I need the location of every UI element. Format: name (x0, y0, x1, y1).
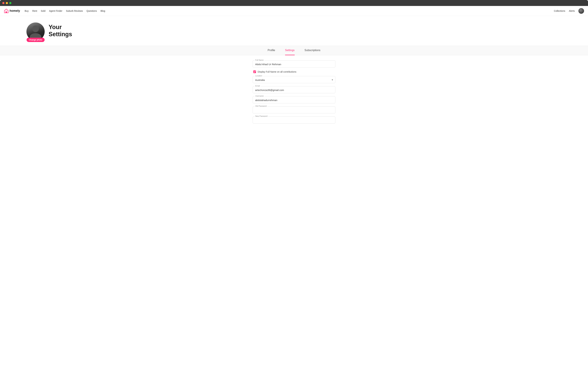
settings-header: Change photo Your Settings (0, 22, 588, 46)
nav-suburb-reviews[interactable]: Suburb Reviews (66, 10, 83, 12)
nav-links: Buy Rent Sold Agent Finder Suburb Review… (25, 9, 105, 12)
close-dot[interactable] (2, 2, 4, 4)
tab-subscriptions[interactable]: Subscriptions (305, 46, 320, 55)
tab-profile[interactable]: Profile (268, 46, 275, 55)
window-chrome (0, 0, 588, 6)
username-field: Username (253, 96, 335, 103)
page-wrapper: homely Buy Rent Sold Agent Finder Suburb… (0, 6, 588, 386)
user-avatar[interactable] (578, 8, 584, 14)
maximize-dot[interactable] (9, 2, 11, 4)
old-password-input[interactable] (253, 106, 335, 113)
email-label: Email (255, 85, 261, 87)
location-select[interactable]: Australia New Zealand United States Unit… (253, 76, 335, 83)
full-name-field: Full Name (253, 60, 335, 67)
new-password-input[interactable] (253, 116, 335, 124)
email-field: Email (253, 86, 335, 93)
nav-buy[interactable]: Buy (25, 10, 29, 12)
logo-text: homely (10, 9, 20, 13)
form-section: Full Name Display Full Name on all contr… (253, 55, 335, 133)
nav-rent[interactable]: Rent (32, 10, 37, 12)
username-label: Username (255, 95, 264, 97)
nav-blog[interactable]: Blog (101, 10, 105, 12)
new-password-label: New Password (255, 115, 268, 117)
profile-photo-wrapper: Change photo (26, 22, 45, 41)
nav-questions[interactable]: Questions (86, 10, 97, 12)
navbar: homely Buy Rent Sold Agent Finder Suburb… (0, 6, 588, 16)
tabs-container: Profile Settings Subscriptions (0, 46, 588, 55)
location-label: Location (255, 75, 263, 77)
page-content: Change photo Your Settings Profile Setti… (0, 16, 588, 133)
old-password-field: Old Password (253, 106, 335, 113)
full-name-label: Full Name (255, 59, 264, 61)
change-photo-button[interactable]: Change photo (27, 38, 45, 42)
tab-settings[interactable]: Settings (285, 46, 295, 55)
username-input[interactable] (253, 96, 335, 103)
full-name-input[interactable] (253, 60, 335, 67)
display-name-label: Display Full Name on all contributions (258, 70, 296, 73)
settings-title: Your Settings (49, 22, 72, 38)
collections-link[interactable]: Collections (554, 10, 565, 12)
location-field: Location Australia New Zealand United St… (253, 76, 335, 83)
alerts-link[interactable]: Alerts (569, 10, 575, 12)
display-name-row: Display Full Name on all contributions (253, 70, 335, 73)
logo-link[interactable]: homely (4, 9, 20, 13)
email-input[interactable] (253, 86, 335, 93)
nav-sold[interactable]: Sold (41, 10, 45, 12)
nav-agent-finder[interactable]: Agent Finder (49, 10, 62, 12)
logo-icon (4, 9, 9, 13)
minimize-dot[interactable] (6, 2, 8, 4)
navbar-left: homely Buy Rent Sold Agent Finder Suburb… (4, 9, 105, 13)
settings-heading: Your Settings (49, 23, 72, 38)
old-password-label: Old Password (255, 105, 267, 107)
tabs-section: Profile Settings Subscriptions (0, 46, 588, 55)
location-select-wrap: Australia New Zealand United States Unit… (253, 76, 335, 83)
display-name-checkbox[interactable] (253, 70, 256, 73)
navbar-right: Collections Alerts (554, 8, 584, 14)
new-password-field: New Password (253, 116, 335, 124)
